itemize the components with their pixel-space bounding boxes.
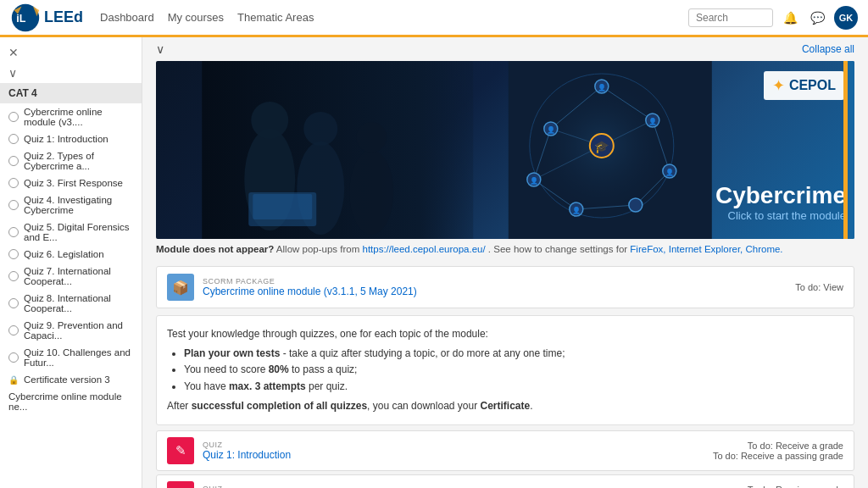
bell-icon[interactable]: 🔔 [780,8,800,28]
sidebar-item-9[interactable]: Quiz 9. Prevention and Capaci... [0,317,142,344]
svg-point-10 [356,122,387,152]
nav-thematic-areas[interactable]: Thematic Areas [237,11,314,24]
bullet-score: You need to score 80% to pass a quiz; [184,363,357,375]
quiz-todo-0-line2: To do: Receive a passing grade [713,451,843,461]
popup-link[interactable]: https://leed.cepol.europa.eu/ [362,244,485,254]
scorm-title[interactable]: Cybercrime online module (v3.1.1, 5 May … [203,286,787,297]
circle-icon-1 [8,134,19,144]
lock-icon-11: 🔒 [8,375,19,385]
sidebar-label-1: Quiz 1: Introduction [24,134,108,144]
description-section: Test your knowledge through quizzes, one… [156,315,854,425]
bullet-plan: Plan your own tests - take a quiz after … [184,347,565,359]
sidebar-item-5[interactable]: Quiz 5. Digital Forensics and E... [0,219,142,246]
hero-network-svg: 👤 👤 👤 👤 👤 👤 🎓 [470,61,750,239]
topbar: iL LEEd Dashboard My courses Thematic Ar… [0,0,868,37]
circle-icon-3 [8,178,19,188]
nav-dashboard[interactable]: Dashboard [100,11,154,24]
circle-icon-10 [8,352,19,363]
desc-footer: After successful completion of all quizz… [167,398,843,414]
sidebar-label-7: Quiz 7. International Cooperat... [24,266,133,286]
desc-bullets: Plan your own tests - take a quiz after … [167,346,843,395]
sidebar-item-3[interactable]: Quiz 3. First Response [0,175,142,191]
desc-intro: Test your knowledge through quizzes, one… [167,326,843,342]
chevron-down-icon[interactable]: ∨ [156,42,164,56]
module-warning: Module does not appear? Allow pop-ups fr… [156,239,854,259]
cepol-logo-text: CEPOL [789,78,836,93]
topbar-right: 🔔 💬 GK [688,6,858,30]
quiz-todo-0-line1: To do: Receive a grade [713,441,843,451]
svg-text:👤: 👤 [547,125,555,134]
sidebar-label-4: Quiz 4. Investigating Cybercrime [24,195,133,215]
collapse-bar: ∨ Collapse all [156,37,854,61]
circle-icon-9 [8,325,19,336]
quiz-card-1[interactable]: ✎ QUIZ Quiz 2. Types of Cybercrime and C… [156,474,854,488]
svg-text:👤: 👤 [598,83,606,92]
svg-point-37 [629,198,643,212]
quiz-todo-1-line1: To do: Receive a grade [713,485,843,488]
quiz-type-0: QUIZ [203,441,704,449]
quiz-icon-1: ✎ [167,481,194,488]
message-icon[interactable]: 💬 [807,8,827,28]
quiz-info-0: QUIZ Quiz 1: Introduction [203,441,704,461]
sidebar-label-9: Quiz 9. Prevention and Capaci... [24,320,133,341]
quiz-todo-0: To do: Receive a grade To do: Receive a … [713,441,843,461]
logo[interactable]: iL LEEd [10,3,83,33]
sidebar-label-2: Quiz 2. Types of Cybercrime a... [24,151,133,171]
sidebar-label-12: Cybercrime online module ne... [8,391,133,412]
scorm-todo: To do: View [795,282,843,292]
hero-text-block: Cybercrime Click to start the module [715,183,846,222]
sidebar-item-1[interactable]: Quiz 1: Introduction [0,130,142,147]
svg-point-8 [303,112,337,146]
scorm-type-label: SCORM PACKAGE [203,277,787,286]
sidebar-item-12[interactable]: Cybercrime online module ne... [0,388,142,415]
quiz-title-0[interactable]: Quiz 1: Introduction [203,449,704,461]
desc-bullet-2: You have max. 3 attempts per quiz. [184,379,843,395]
collapse-all-button[interactable]: Collapse all [802,43,854,55]
sidebar-item-6[interactable]: Quiz 6. Legislation [0,246,142,263]
sidebar-item-2[interactable]: Quiz 2. Types of Cybercrime a... [0,147,142,175]
sidebar-item-11[interactable]: 🔒 Certificate version 3 [0,371,142,388]
sidebar-label-5: Quiz 5. Digital Forensics and E... [24,222,133,242]
hero-subtitle: Click to start the module [715,209,846,222]
svg-text:👤: 👤 [648,117,657,125]
main-nav: Dashboard My courses Thematic Areas [100,11,314,24]
sidebar: ✕ ∨ CAT 4 Cybercrime online module (v3..… [0,37,142,488]
quiz-info-1: QUIZ Quiz 2. Types of Cybercrime and Cyb… [203,485,704,488]
sidebar-label-8: Quiz 8. International Cooperat... [24,293,133,313]
circle-icon-0 [8,112,19,122]
course-hero-image[interactable]: 👤 👤 👤 👤 👤 👤 🎓 [156,61,854,239]
circle-icon-2 [8,156,19,166]
scorm-package-card[interactable]: 📦 SCORM PACKAGE Cybercrime online module… [156,266,854,308]
hero-blue-strip [848,61,854,239]
cepol-logo: ✦ CEPOL [764,71,844,100]
svg-text:👤: 👤 [572,206,581,214]
warning-text-2: . See how to change settings for [488,244,631,254]
cat4-label: CAT 4 [8,87,37,99]
sidebar-item-0[interactable]: Cybercrime online module (v3.... [0,103,142,130]
svg-text:🎓: 🎓 [594,140,609,154]
sidebar-close-btn[interactable]: ✕ [0,42,142,63]
svg-point-6 [251,102,288,139]
desc-bullet-0: Plan your own tests - take a quiz after … [184,346,843,362]
circle-icon-8 [8,298,19,308]
search-input[interactable] [688,8,773,27]
svg-point-9 [349,150,393,235]
sidebar-expand-btn[interactable]: ∨ [0,63,142,83]
sidebar-label-10: Quiz 10. Challenges and Futur... [24,347,133,368]
quiz-type-1: QUIZ [203,485,704,488]
logo-text: LEEd [44,8,83,26]
circle-icon-7 [8,271,19,281]
warning-text-1: Allow pop-ups from [276,244,363,254]
content-area: ∨ Collapse all [142,37,868,488]
browser-links[interactable]: FireFox, Internet Explorer, Chrome. [630,244,782,254]
sidebar-label-3: Quiz 3. First Response [24,178,123,188]
scorm-info: SCORM PACKAGE Cybercrime online module (… [203,277,787,297]
sidebar-item-7[interactable]: Quiz 7. International Cooperat... [0,263,142,290]
avatar[interactable]: GK [834,6,858,30]
sidebar-item-10[interactable]: Quiz 10. Challenges and Futur... [0,344,142,371]
quiz-icon-0: ✎ [167,437,194,464]
sidebar-item-8[interactable]: Quiz 8. International Cooperat... [0,290,142,317]
nav-my-courses[interactable]: My courses [168,11,224,24]
sidebar-item-4[interactable]: Quiz 4. Investigating Cybercrime [0,191,142,219]
quiz-card-0[interactable]: ✎ QUIZ Quiz 1: Introduction To do: Recei… [156,430,854,471]
